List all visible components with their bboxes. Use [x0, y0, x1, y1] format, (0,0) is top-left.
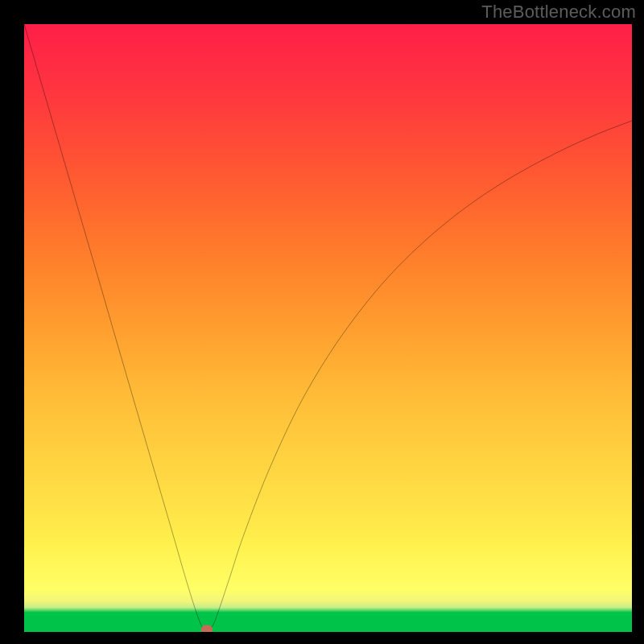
- chart-frame: TheBottleneck.com: [0, 0, 644, 644]
- bottleneck-curve: [24, 24, 632, 632]
- plot-area: [24, 24, 632, 632]
- watermark-text: TheBottleneck.com: [481, 2, 636, 23]
- curve-path: [24, 24, 632, 631]
- optimal-point-marker: [201, 625, 213, 632]
